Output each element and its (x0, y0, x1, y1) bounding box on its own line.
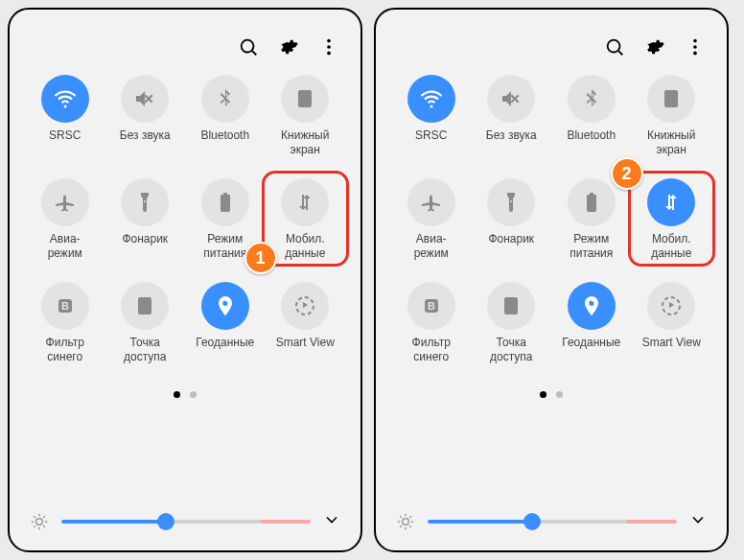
tile-label: SRSC (415, 128, 447, 157)
hotspot-icon (487, 282, 535, 330)
tile-mobiledata[interactable]: Мобил. данные1 (266, 178, 346, 261)
page-indicator (10, 391, 360, 398)
tile-label: SRSC (49, 128, 81, 157)
page-dot (540, 391, 546, 398)
tile-flashlight[interactable]: Фонарик (105, 178, 186, 261)
sun-icon (29, 511, 50, 532)
phone-frame: SRSCБез звукаBluetoothКнижный экранАвиа-… (374, 8, 729, 552)
tile-power[interactable]: Режим питания (551, 178, 632, 261)
location-icon (201, 282, 249, 330)
tile-label: Режим питания (203, 232, 246, 261)
tile-mobiledata[interactable]: Мобил. данные2 (632, 178, 712, 261)
more-button[interactable] (685, 36, 706, 58)
filter-b-icon (41, 282, 89, 330)
airplane-icon (407, 178, 455, 226)
hotspot-icon (121, 282, 169, 330)
tile-label: Книжный экран (281, 128, 329, 157)
expand-button[interactable] (688, 510, 708, 533)
tile-label: Точка доступа (490, 336, 532, 364)
battery-icon (568, 178, 616, 226)
page-dot (174, 391, 180, 398)
search-button[interactable] (238, 36, 259, 58)
quick-settings-topbar (10, 10, 360, 71)
tile-bluelight[interactable]: Фильтр синего (25, 282, 105, 364)
tile-hotspot[interactable]: Точка доступа (472, 282, 552, 364)
page-dot (556, 391, 563, 398)
tile-book[interactable]: Книжный экран (632, 75, 712, 157)
tile-bluelight[interactable]: Фильтр синего (391, 282, 472, 364)
flashlight-icon (121, 178, 169, 226)
tile-label: Без звука (120, 128, 171, 157)
tile-label: Без звука (486, 128, 537, 157)
expand-button[interactable] (322, 510, 341, 533)
quick-settings-grid: SRSCБез звукаBluetoothКнижный экранАвиа-… (376, 71, 727, 364)
more-button[interactable] (318, 36, 339, 58)
page-dot (190, 391, 197, 398)
filter-b-icon (407, 282, 455, 330)
tile-bluetooth[interactable]: Bluetooth (551, 75, 632, 157)
tile-label: Авиа- режим (414, 232, 449, 261)
tile-label: Smart View (276, 336, 335, 364)
search-button[interactable] (604, 36, 625, 58)
portrait-icon (281, 75, 329, 123)
tile-bluetooth[interactable]: Bluetooth (185, 75, 266, 157)
slider-thumb[interactable] (157, 513, 174, 530)
more-icon (685, 36, 706, 58)
tile-book[interactable]: Книжный экран (266, 75, 346, 157)
tile-label: Bluetooth (200, 128, 249, 157)
wifi-icon (407, 75, 455, 123)
mute-icon (121, 75, 169, 123)
tile-label: Мобил. данные (651, 232, 691, 261)
mute-icon (487, 75, 535, 123)
search-icon (604, 36, 625, 58)
tile-mute[interactable]: Без звука (472, 75, 552, 157)
data-icon (647, 178, 695, 226)
smartview-icon (281, 282, 329, 330)
location-icon (568, 282, 616, 330)
tile-label: Фильтр синего (46, 336, 84, 364)
tile-label: Авиа- режим (48, 232, 82, 261)
smartview-icon (647, 282, 695, 330)
brightness-slider[interactable] (61, 520, 311, 524)
tile-label: Геоданные (196, 336, 254, 364)
quick-settings-grid: SRSCБез звукаBluetoothКнижный экранАвиа-… (10, 71, 360, 364)
tile-airplane[interactable]: Авиа- режим (25, 178, 105, 261)
search-icon (238, 36, 259, 58)
tile-flashlight[interactable]: Фонарик (472, 178, 552, 261)
tile-label: Фильтр синего (412, 336, 451, 364)
tile-wifi[interactable]: SRSC (391, 75, 472, 157)
tile-location[interactable]: Геоданные (551, 282, 632, 364)
tile-label: Фонарик (488, 232, 534, 261)
tile-label: Фонарик (122, 232, 168, 261)
tile-location[interactable]: Геоданные (185, 282, 266, 364)
tile-airplane[interactable]: Авиа- режим (391, 178, 472, 261)
tile-smartview[interactable]: Smart View (632, 282, 712, 364)
airplane-icon (41, 178, 89, 226)
gear-icon (278, 36, 299, 58)
flashlight-icon (487, 178, 535, 226)
battery-icon (201, 178, 249, 226)
slider-thumb[interactable] (523, 513, 541, 530)
sun-icon (395, 511, 416, 532)
annotation-badge: 2 (611, 157, 643, 190)
settings-button[interactable] (644, 36, 665, 58)
tile-smartview[interactable]: Smart View (266, 282, 346, 364)
tile-wifi[interactable]: SRSC (25, 75, 105, 157)
tile-label: Книжный экран (647, 128, 695, 157)
tile-mute[interactable]: Без звука (105, 75, 186, 157)
brightness-row (395, 510, 708, 533)
tile-label: Мобил. данные (285, 232, 325, 261)
tile-label: Bluetooth (567, 128, 616, 157)
tile-label: Smart View (642, 336, 701, 364)
settings-button[interactable] (278, 36, 299, 58)
tile-label: Режим питания (570, 232, 613, 261)
phone-frame: SRSCБез звукаBluetoothКнижный экранАвиа-… (8, 8, 362, 552)
bluetooth-icon (201, 75, 249, 123)
brightness-slider[interactable] (428, 520, 677, 524)
bluetooth-icon (568, 75, 616, 123)
tile-label: Точка доступа (124, 336, 166, 364)
annotation-badge: 1 (244, 242, 277, 274)
wifi-icon (41, 75, 89, 123)
tile-hotspot[interactable]: Точка доступа (105, 282, 186, 364)
brightness-row (29, 510, 341, 533)
